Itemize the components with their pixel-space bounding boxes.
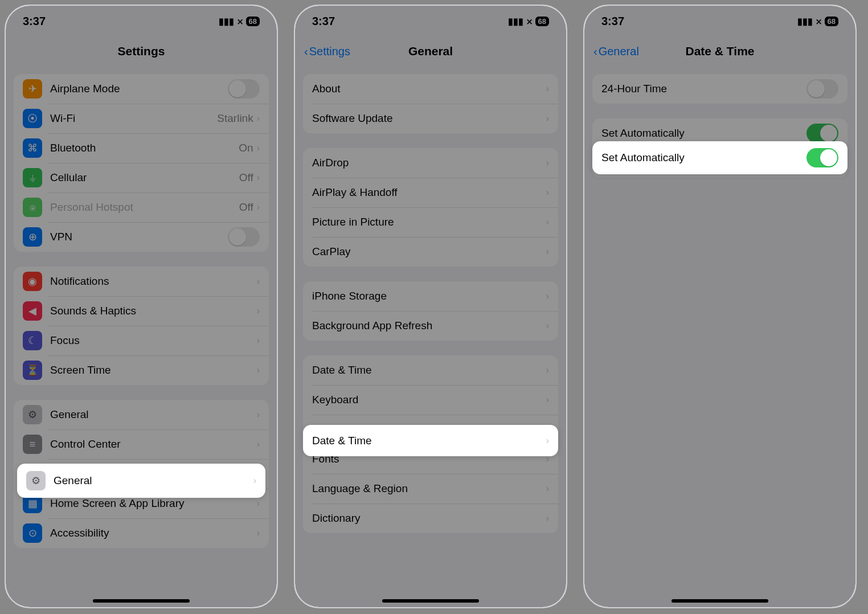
row-set-automatically-highlight[interactable]: Set Automatically: [592, 141, 847, 174]
row-general-highlight[interactable]: ⚙︎ General ›: [17, 464, 265, 498]
home-indicator[interactable]: [93, 599, 190, 603]
row-language-region[interactable]: Language & Region›: [303, 474, 558, 504]
row-general[interactable]: ⚙︎General›: [14, 400, 269, 429]
row-about[interactable]: About›: [303, 74, 558, 104]
general-group-storage: iPhone Storage›Background App Refresh›: [303, 281, 558, 341]
focus-icon: ☾: [23, 331, 42, 350]
row-software-update[interactable]: Software Update›: [303, 104, 558, 133]
row-label: Home Screen & App Library: [50, 497, 257, 510]
row-sounds-haptics[interactable]: ◀︎Sounds & Haptics›: [14, 296, 269, 326]
row-airdrop[interactable]: AirDrop›: [303, 148, 558, 178]
cellular-icon: ⏚: [23, 168, 42, 187]
wifi-icon: ⨉: [238, 16, 243, 26]
status-indicators: ▮▮▮ ⨉ 68: [508, 16, 549, 27]
row-iphone-storage[interactable]: iPhone Storage›: [303, 281, 558, 311]
row-keyboard[interactable]: Keyboard›: [303, 385, 558, 415]
vpn-icon: ⊕: [23, 227, 42, 247]
chevron-right-icon: ›: [257, 335, 260, 346]
row-label: Set Automatically: [601, 127, 806, 140]
row-label: Cellular: [50, 171, 239, 184]
row-label: Language & Region: [312, 482, 546, 495]
row-label: General: [50, 408, 257, 421]
row-personal-hotspot[interactable]: ⍟Personal HotspotOff›: [14, 193, 269, 222]
row-label: Date & Time: [312, 364, 546, 376]
nav-bar: ‹ Settings General: [295, 36, 566, 66]
toggle[interactable]: [228, 227, 260, 247]
status-time: 3:37: [23, 15, 46, 28]
row-label: AirPlay & Handoff: [312, 186, 546, 199]
row-24-hour-time[interactable]: 24-Hour Time: [592, 74, 847, 104]
toggle[interactable]: [806, 124, 838, 143]
toggle[interactable]: [228, 79, 260, 99]
chevron-right-icon: ›: [546, 484, 549, 494]
phone-date-time: 3:37 ▮▮▮ ⨉ 68 ‹ General Date & Time 24-H…: [583, 5, 857, 608]
chevron-right-icon: ›: [546, 513, 549, 523]
status-bar: 3:37 ▮▮▮ ⨉ 68: [6, 6, 277, 36]
row-value: On: [239, 142, 253, 154]
home-indicator[interactable]: [382, 599, 479, 603]
row-label: Personal Hotspot: [50, 201, 239, 214]
row-label: VPN: [50, 231, 228, 243]
row-accessibility[interactable]: ⊙Accessibility›: [14, 518, 269, 548]
datetime-group-24hour: 24-Hour Time: [592, 74, 847, 104]
chevron-right-icon: ›: [257, 498, 260, 509]
phone-general: 3:37 ▮▮▮ ⨉ 68 ‹ Settings General About›S…: [294, 5, 567, 608]
back-button[interactable]: ‹ General: [593, 45, 639, 58]
battery-indicator: 68: [535, 17, 549, 26]
chevron-right-icon: ›: [546, 321, 549, 331]
row-airplay-handoff[interactable]: AirPlay & Handoff›: [303, 178, 558, 207]
row-label: Bluetooth: [50, 142, 239, 154]
toggle[interactable]: [806, 79, 838, 99]
back-button[interactable]: ‹ Settings: [304, 45, 350, 58]
row-bluetooth[interactable]: ⌘BluetoothOn›: [14, 133, 269, 163]
cellular-icon: ▮▮▮: [508, 16, 523, 27]
status-bar: 3:37 ▮▮▮ ⨉ 68: [584, 6, 855, 36]
page-title: Date & Time: [686, 44, 755, 58]
set-automatically-toggle[interactable]: [806, 148, 838, 167]
row-label: 24-Hour Time: [601, 83, 806, 95]
phone-settings: 3:37 ▮▮▮ ⨉ 68 Settings ✈︎Airplane Mode⦿W…: [5, 5, 278, 608]
row-label: Keyboard: [312, 394, 546, 406]
row-date-time-highlight[interactable]: Date & Time ›: [303, 425, 558, 456]
row-airplane-mode[interactable]: ✈︎Airplane Mode: [14, 74, 269, 104]
page-title: General: [408, 44, 453, 58]
chevron-right-icon: ›: [257, 410, 260, 420]
row-vpn[interactable]: ⊕VPN: [14, 222, 269, 252]
status-indicators: ▮▮▮ ⨉ 68: [797, 16, 838, 27]
chevron-right-icon: ›: [253, 476, 256, 486]
general-icon: ⚙︎: [23, 405, 42, 424]
row-label: Accessibility: [50, 527, 257, 539]
row-label: Sounds & Haptics: [50, 305, 257, 317]
control-center-icon: ≡: [23, 435, 42, 454]
cellular-icon: ▮▮▮: [797, 16, 813, 27]
screen-time-icon: ⏳: [23, 361, 42, 380]
cellular-icon: ▮▮▮: [219, 16, 234, 27]
home-indicator[interactable]: [672, 599, 768, 603]
notifications-icon: ◉: [23, 272, 42, 291]
row-notifications[interactable]: ◉Notifications›: [14, 267, 269, 296]
row-value: Starlink: [217, 112, 253, 125]
row-picture-in-picture[interactable]: Picture in Picture›: [303, 207, 558, 237]
row-label: About: [312, 83, 546, 95]
wifi-icon: ⨉: [816, 16, 821, 26]
accessibility-icon: ⊙: [23, 523, 42, 543]
row-carplay[interactable]: CarPlay›: [303, 237, 558, 267]
row-background-app-refresh[interactable]: Background App Refresh›: [303, 311, 558, 341]
row-dictionary[interactable]: Dictionary›: [303, 504, 558, 533]
row-wi-fi[interactable]: ⦿Wi-FiStarlink›: [14, 104, 269, 133]
row-control-center[interactable]: ≡Control Center›: [14, 429, 269, 459]
row-screen-time[interactable]: ⏳Screen Time›: [14, 355, 269, 385]
gear-icon: ⚙︎: [26, 471, 46, 490]
settings-group-connectivity: ✈︎Airplane Mode⦿Wi-FiStarlink›⌘Bluetooth…: [14, 74, 269, 252]
row-date-time[interactable]: Date & Time›: [303, 355, 558, 385]
row-cellular[interactable]: ⏚CellularOff›: [14, 163, 269, 193]
row-focus[interactable]: ☾Focus›: [14, 326, 269, 355]
date-time-label: Date & Time: [312, 435, 546, 447]
chevron-right-icon: ›: [546, 247, 549, 257]
sounds-haptics-icon: ◀︎: [23, 301, 42, 321]
chevron-right-icon: ›: [257, 528, 260, 538]
wi-fi-icon: ⦿: [23, 109, 42, 128]
general-group-airdrop: AirDrop›AirPlay & Handoff›Picture in Pic…: [303, 148, 558, 267]
chevron-right-icon: ›: [257, 202, 260, 212]
chevron-right-icon: ›: [546, 395, 549, 405]
